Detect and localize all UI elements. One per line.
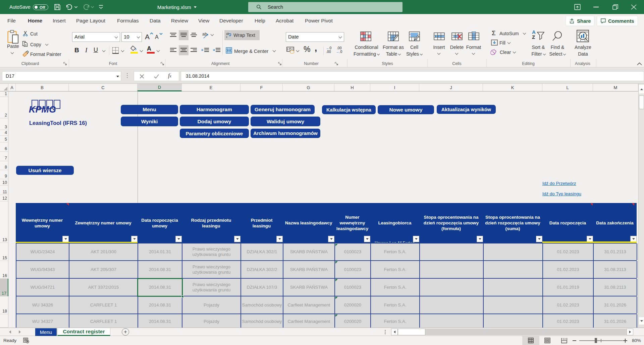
svg-text:c: c [226, 35, 228, 39]
